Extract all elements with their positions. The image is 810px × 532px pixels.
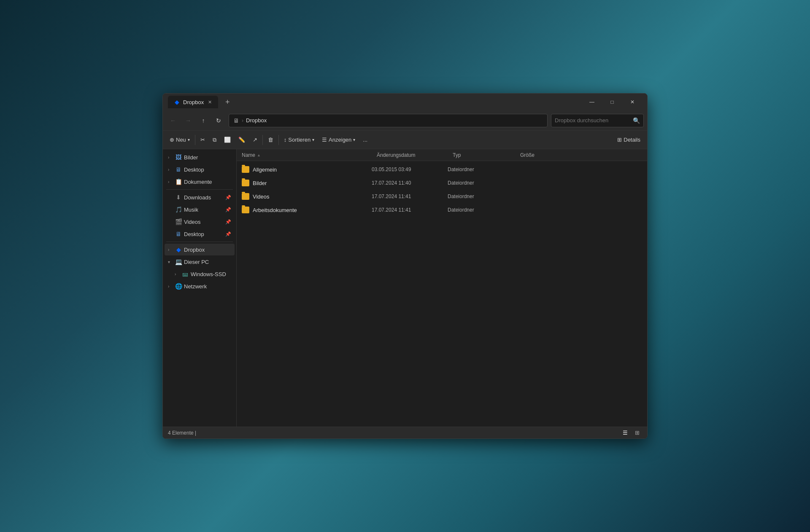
copy-button[interactable]: ⧉: [209, 133, 220, 147]
refresh-button[interactable]: ↻: [212, 114, 225, 127]
sidebar-item-label-downloads: Downloads: [184, 194, 211, 201]
address-monitor-icon: 🖥: [233, 117, 239, 124]
new-tab-button[interactable]: +: [221, 96, 233, 108]
details-icon: ⊞: [617, 137, 622, 143]
address-bar[interactable]: 🖥 › Dropbox: [229, 114, 548, 127]
delete-button[interactable]: 🗑: [265, 133, 277, 147]
tab-close-button[interactable]: ✕: [206, 99, 213, 105]
col-header-type[interactable]: Typ: [448, 149, 515, 161]
row-name-videos: Videos: [237, 193, 372, 200]
sidebar-separator-2: [166, 242, 233, 242]
sidebar-separator-1: [166, 189, 233, 190]
rename-icon: ✏️: [238, 137, 245, 143]
statusbar: 4 Elemente | ☰ ⊞: [163, 427, 647, 438]
details-button[interactable]: ⊞ Details: [614, 133, 644, 147]
sidebar-item-bilder[interactable]: › 🖼 Bilder: [165, 151, 235, 163]
row-date-videos: 17.07.2024 11:41: [372, 193, 448, 199]
row-name-label-videos: Videos: [253, 193, 270, 200]
videos-pin-icon: 📌: [225, 219, 231, 225]
up-button[interactable]: ↑: [197, 114, 210, 127]
list-view-button[interactable]: ☰: [620, 428, 630, 438]
search-input[interactable]: [555, 117, 630, 124]
paste-button[interactable]: ⬜: [221, 133, 234, 147]
sidebar-item-label-dropbox: Dropbox: [184, 247, 205, 253]
grid-view-button[interactable]: ⊞: [632, 428, 642, 438]
table-row[interactable]: Arbeitsdokumente 17.07.2024 11:41 Dateio…: [237, 203, 647, 217]
row-name-label-arbeitsdokumente: Arbeitsdokumente: [253, 207, 297, 213]
search-bar[interactable]: 🔍: [551, 114, 644, 127]
search-icon: 🔍: [633, 117, 640, 124]
row-type-videos: Dateiordner: [448, 193, 515, 199]
share-icon: ↗: [253, 137, 257, 143]
more-button[interactable]: ...: [359, 133, 371, 147]
active-tab[interactable]: ◆ Dropbox ✕: [168, 96, 218, 108]
rename-button[interactable]: ✏️: [235, 133, 248, 147]
titlebar: ◆ Dropbox ✕ + — □ ✕: [163, 94, 647, 110]
statusbar-separator: |: [195, 430, 196, 436]
table-row[interactable]: Videos 17.07.2024 11:41 Dateiordner: [237, 190, 647, 203]
more-icon: ...: [363, 137, 367, 143]
toolbar-separator-1: [195, 135, 195, 145]
sidebar-item-desktop2[interactable]: 🖥 Desktop 📌: [165, 228, 235, 240]
view-icon: ☰: [322, 137, 327, 143]
delete-icon: 🗑: [268, 137, 273, 143]
folder-icon: [242, 207, 249, 213]
row-name-arbeitsdokumente: Arbeitsdokumente: [237, 207, 372, 213]
statusbar-right: ☰ ⊞: [620, 428, 642, 438]
col-header-date[interactable]: Änderungsdatum: [372, 149, 448, 161]
sidebar-item-musik[interactable]: 🎵 Musik 📌: [165, 204, 235, 215]
dokumente-chevron-icon: ›: [168, 180, 173, 184]
sidebar-item-dropbox[interactable]: › ◆ Dropbox: [165, 244, 235, 255]
address-separator: ›: [242, 118, 243, 124]
folder-icon: [242, 193, 249, 200]
sidebar-item-videos[interactable]: 🎬 Videos 📌: [165, 216, 235, 228]
toolbar-separator-2: [262, 135, 263, 145]
row-name-bilder: Bilder: [237, 180, 372, 186]
new-icon: ⊕: [170, 137, 174, 143]
col-name-sort-icon: ▲: [257, 153, 261, 157]
sidebar-item-windows-ssd[interactable]: › 🖴 Windows-SSD: [165, 268, 235, 280]
new-button[interactable]: ⊕ Neu ▾: [166, 133, 193, 147]
back-button[interactable]: ←: [166, 114, 180, 127]
sidebar-item-dokumente[interactable]: › 📋 Dokumente: [165, 176, 235, 188]
minimize-button[interactable]: —: [582, 95, 602, 109]
close-button[interactable]: ✕: [623, 95, 642, 109]
sidebar-item-label-videos: Videos: [184, 219, 201, 225]
row-name-label-allgemein: Allgemein: [253, 167, 277, 173]
toolbar: ⊕ Neu ▾ ✂ ⧉ ⬜ ✏️ ↗ 🗑 ↕ Sortieren ▾: [163, 131, 647, 149]
row-date-bilder: 17.07.2024 11:40: [372, 180, 448, 186]
toolbar-separator-3: [278, 135, 279, 145]
desktop2-icon: 🖥: [175, 231, 182, 237]
new-chevron-icon: ▾: [188, 137, 190, 142]
sidebar-item-dieser-pc[interactable]: ▾ 💻 Dieser PC: [165, 256, 235, 268]
sidebar-item-desktop[interactable]: › 🖥 Desktop: [165, 164, 235, 175]
titlebar-left: ◆ Dropbox ✕ +: [168, 96, 582, 108]
netzwerk-chevron-icon: ›: [168, 284, 173, 289]
sidebar-item-netzwerk[interactable]: › 🌐 Netzwerk: [165, 280, 235, 292]
sidebar-item-downloads[interactable]: ⬇ Downloads 📌: [165, 191, 235, 203]
table-row[interactable]: Bilder 17.07.2024 11:40 Dateiordner: [237, 176, 647, 190]
view-button[interactable]: ☰ Anzeigen ▾: [319, 133, 359, 147]
cut-button[interactable]: ✂: [197, 133, 208, 147]
folder-icon: [242, 180, 249, 186]
col-header-size[interactable]: Größe: [515, 149, 557, 161]
sidebar-item-label-musik: Musik: [184, 207, 198, 213]
file-column-headers: Name ▲ Änderungsdatum Typ Größe: [237, 149, 647, 161]
col-header-name[interactable]: Name ▲: [237, 149, 372, 161]
dieser-pc-icon: 💻: [175, 258, 182, 265]
forward-button[interactable]: →: [181, 114, 195, 127]
maximize-button[interactable]: □: [602, 95, 622, 109]
statusbar-count: 4 Elemente |: [168, 430, 196, 436]
col-size-label: Größe: [520, 152, 535, 158]
file-explorer-window: ◆ Dropbox ✕ + — □ ✕ ← → ↑ ↻ 🖥 › Dropbox …: [162, 93, 648, 439]
window-controls: — □ ✕: [582, 95, 642, 109]
row-type-bilder: Dateiordner: [448, 180, 515, 186]
col-type-label: Typ: [453, 152, 461, 158]
share-button[interactable]: ↗: [249, 133, 261, 147]
sidebar-item-label-desktop: Desktop: [184, 167, 204, 173]
cut-icon: ✂: [200, 137, 205, 143]
file-list: Allgemein 03.05.2015 03:49 Dateiordner B…: [237, 161, 647, 427]
table-row[interactable]: Allgemein 03.05.2015 03:49 Dateiordner: [237, 163, 647, 176]
dropbox-tab-icon: ◆: [173, 98, 181, 106]
sort-button[interactable]: ↕ Sortieren ▾: [281, 133, 318, 147]
